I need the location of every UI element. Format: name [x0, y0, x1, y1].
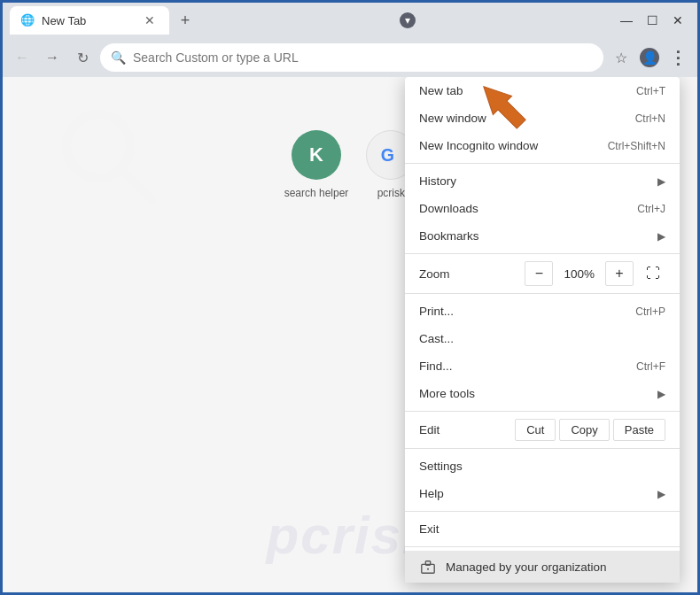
svg-point-0 [66, 114, 130, 178]
divider-6 [405, 511, 680, 512]
shortcut-pcrisk-label: pcrisk [377, 187, 405, 199]
menu-cast-label: Cast... [419, 332, 454, 345]
chrome-dropdown-menu: New tab Ctrl+T New window Ctrl+N New Inc… [405, 77, 680, 583]
zoom-value: 100% [553, 267, 605, 281]
zoom-label: Zoom [419, 267, 525, 281]
menu-more-tools-label: More tools [419, 387, 475, 400]
close-button[interactable]: ✕ [673, 13, 683, 27]
tab-favicon: 🌐 [20, 13, 35, 27]
menu-new-tab[interactable]: New tab Ctrl+T [405, 77, 680, 104]
menu-history[interactable]: History ▶ [405, 167, 680, 195]
window-controls: — ☐ ✕ [620, 13, 690, 27]
help-submenu-arrow: ▶ [657, 488, 665, 500]
bookmarks-submenu-arrow: ▶ [657, 230, 665, 243]
shortcut-search-helper-label: search helper [284, 187, 349, 199]
profile-button[interactable]: 👤 [637, 45, 662, 70]
menu-more-tools[interactable]: More tools ▶ [405, 380, 680, 407]
tab-title: New Tab [42, 14, 134, 27]
toolbar: ← → ↻ 🔍 ☆ 👤 ⋮ [3, 38, 697, 77]
toolbar-actions: ☆ 👤 ⋮ [609, 45, 690, 70]
cut-button[interactable]: Cut [515, 419, 556, 441]
shortcut-search-helper[interactable]: K search helper [284, 130, 349, 199]
back-button[interactable]: ← [10, 45, 35, 70]
tab-close-button[interactable]: ✕ [141, 12, 159, 29]
edit-row: Edit Cut Copy Paste [405, 415, 680, 444]
managed-icon [419, 558, 437, 576]
bg-magnifier-decoration [56, 104, 162, 210]
menu-help-label: Help [419, 487, 444, 500]
browser-tab[interactable]: 🌐 New Tab ✕ [10, 6, 169, 35]
menu-downloads-label: Downloads [419, 202, 478, 215]
new-tab-button[interactable]: + [173, 8, 198, 33]
menu-cast[interactable]: Cast... [405, 325, 680, 352]
browser-window: 🌐 New Tab ✕ + ▾ — ☐ ✕ ← → ↻ 🔍 ☆ 👤 ⋮ [3, 3, 697, 592]
zoom-row: Zoom − 100% + ⛶ [405, 258, 680, 290]
divider-4 [405, 411, 680, 412]
zoom-out-button[interactable]: − [525, 261, 553, 286]
menu-new-incognito[interactable]: New Incognito window Ctrl+Shift+N [405, 132, 680, 159]
shortcut-search-helper-icon: K [292, 130, 341, 180]
divider-7 [405, 546, 680, 547]
forward-button[interactable]: → [40, 45, 65, 70]
menu-history-label: History [419, 174, 456, 188]
menu-find[interactable]: Find... Ctrl+F [405, 352, 680, 380]
menu-managed-label: Managed by your organization [446, 560, 607, 574]
svg-rect-5 [427, 568, 429, 570]
menu-help[interactable]: Help ▶ [405, 480, 680, 507]
bookmark-button[interactable]: ☆ [609, 45, 634, 70]
history-submenu-arrow: ▶ [657, 175, 665, 188]
search-icon: 🔍 [111, 50, 126, 65]
copy-button[interactable]: Copy [559, 419, 609, 441]
edit-buttons: Cut Copy Paste [515, 419, 665, 441]
menu-find-label: Find... [419, 359, 453, 373]
maximize-button[interactable]: ☐ [647, 13, 658, 27]
menu-settings[interactable]: Settings [405, 452, 680, 480]
menu-new-incognito-shortcut: Ctrl+Shift+N [608, 140, 665, 152]
menu-settings-label: Settings [419, 460, 463, 473]
chrome-menu-button[interactable]: ⋮ [665, 45, 690, 70]
address-bar[interactable]: 🔍 [100, 43, 603, 72]
menu-print[interactable]: Print... Ctrl+P [405, 298, 680, 325]
profile-icon: 👤 [640, 48, 659, 67]
menu-downloads-shortcut: Ctrl+J [637, 203, 665, 215]
chrome-menu-badge: ▾ [400, 12, 416, 28]
menu-print-shortcut: Ctrl+P [635, 305, 665, 318]
edit-label: Edit [419, 423, 515, 437]
zoom-in-button[interactable]: + [605, 261, 634, 286]
menu-bookmarks-label: Bookmarks [419, 229, 479, 243]
menu-print-label: Print... [419, 305, 454, 318]
title-bar: 🌐 New Tab ✕ + ▾ — ☐ ✕ [3, 3, 697, 38]
more-tools-submenu-arrow: ▶ [657, 388, 665, 400]
menu-new-tab-shortcut: Ctrl+T [636, 85, 665, 97]
svg-marker-6 [474, 77, 531, 134]
paste-button[interactable]: Paste [613, 419, 665, 441]
menu-new-incognito-label: New Incognito window [419, 139, 538, 152]
content-area: pcrisk K search helper G [3, 77, 697, 592]
address-input[interactable] [133, 50, 593, 65]
svg-line-1 [121, 169, 152, 199]
menu-exit-label: Exit [419, 522, 439, 536]
menu-bookmarks[interactable]: Bookmarks ▶ [405, 222, 680, 250]
reload-button[interactable]: ↻ [70, 45, 95, 70]
divider-3 [405, 293, 680, 294]
orange-arrow-indicator [467, 77, 538, 139]
divider-5 [405, 448, 680, 449]
divider-2 [405, 253, 680, 254]
menu-find-shortcut: Ctrl+F [636, 360, 665, 373]
fullscreen-button[interactable]: ⛶ [641, 261, 665, 286]
shortcuts-grid: K search helper G pcrisk [284, 130, 416, 199]
svg-text:G: G [381, 145, 394, 165]
menu-new-window[interactable]: New window Ctrl+N [405, 104, 680, 132]
menu-exit[interactable]: Exit [405, 515, 680, 543]
minimize-button[interactable]: — [620, 13, 633, 27]
menu-managed[interactable]: Managed by your organization [405, 551, 680, 583]
zoom-controls: − 100% + ⛶ [525, 261, 665, 286]
svg-rect-4 [425, 561, 430, 566]
menu-downloads[interactable]: Downloads Ctrl+J [405, 195, 680, 222]
divider-1 [405, 163, 680, 164]
menu-new-window-shortcut: Ctrl+N [635, 112, 665, 125]
menu-new-tab-label: New tab [419, 84, 463, 97]
